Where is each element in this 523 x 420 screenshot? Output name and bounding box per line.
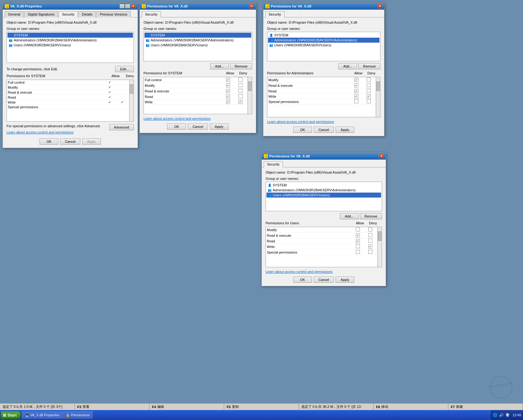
ok-button[interactable]: OK bbox=[40, 138, 58, 145]
tray-volume-icon[interactable]: 🔊 bbox=[499, 413, 504, 418]
close-button[interactable]: ✕ bbox=[377, 4, 382, 8]
tab-security[interactable]: Security bbox=[264, 161, 283, 167]
deny-checkbox[interactable] bbox=[238, 77, 243, 82]
tab-security[interactable]: Security bbox=[265, 11, 285, 17]
allow-checkbox[interactable] bbox=[226, 83, 230, 87]
add-button[interactable]: Add... bbox=[340, 213, 359, 219]
scrollbar-thumb[interactable] bbox=[378, 231, 381, 241]
apply-button[interactable]: Apply bbox=[210, 124, 229, 130]
allow-checkbox[interactable] bbox=[354, 99, 358, 103]
add-button[interactable]: Add... bbox=[338, 63, 357, 69]
apply-button[interactable]: Apply bbox=[336, 277, 354, 283]
properties-title-bar[interactable]: 🔒 VA_X.dll Properties ─ □ ✕ bbox=[3, 3, 138, 10]
apply-button[interactable]: Apply bbox=[336, 127, 354, 133]
status-f4[interactable]: F4 编辑 bbox=[149, 404, 224, 410]
deny-checkbox[interactable] bbox=[368, 245, 372, 249]
list-item[interactable]: 👥 Users (VMW2K8R2BAKSERV\Users) bbox=[144, 43, 251, 48]
permissions1-title-bar[interactable]: 🔒 Permissions for VA_X.dll ✕ bbox=[140, 3, 256, 10]
deny-checkbox[interactable] bbox=[367, 77, 371, 82]
taskbar-item[interactable]: 🔒 Permissions bbox=[63, 412, 92, 418]
close-button[interactable]: ✕ bbox=[131, 4, 136, 8]
close-button[interactable]: ✕ bbox=[249, 4, 254, 8]
allow-checkbox[interactable] bbox=[356, 244, 360, 248]
allow-checkbox[interactable] bbox=[226, 78, 230, 82]
tab-general[interactable]: General bbox=[5, 11, 24, 17]
status-f6[interactable]: F6 移动 bbox=[374, 404, 448, 410]
list-item[interactable]: 👤 SYSTEM bbox=[144, 33, 251, 38]
deny-checkbox[interactable] bbox=[367, 83, 371, 87]
list-item[interactable]: 👥 Administrators (VMW2K8R2BAKSERV\Admini… bbox=[266, 188, 381, 193]
permissions-scrollbar[interactable] bbox=[376, 77, 380, 117]
list-item[interactable]: 👥 Administrators (VMW2K8R2BAKSERV\Admini… bbox=[268, 38, 379, 43]
cancel-button[interactable]: Cancel bbox=[60, 138, 80, 145]
status-f7[interactable]: F7 新建 bbox=[448, 404, 523, 410]
deny-checkbox[interactable] bbox=[367, 89, 371, 93]
permissions-scrollbar[interactable] bbox=[377, 227, 382, 267]
deny-checkbox[interactable] bbox=[368, 250, 372, 254]
allow-checkbox[interactable] bbox=[356, 233, 360, 237]
list-item[interactable]: 👤 SYSTEM bbox=[7, 33, 133, 38]
users-listbox[interactable]: 👤 SYSTEM 👥 Administrators (VMW2K8R2BAKSE… bbox=[267, 32, 380, 61]
allow-checkbox[interactable] bbox=[356, 250, 360, 254]
remove-button[interactable]: Remove bbox=[230, 63, 252, 69]
ok-button[interactable]: OK bbox=[293, 127, 312, 133]
deny-checkbox[interactable] bbox=[238, 83, 243, 87]
permissions2-title-bar[interactable]: 🔒 Permissions for VA_X.dll ✕ bbox=[263, 3, 384, 10]
maximize-button[interactable]: □ bbox=[125, 4, 130, 8]
cancel-button[interactable]: Cancel bbox=[314, 127, 334, 133]
allow-checkbox[interactable] bbox=[226, 100, 230, 104]
apply-button[interactable]: Apply bbox=[82, 138, 101, 145]
allow-checkbox[interactable] bbox=[356, 227, 360, 231]
learn-link[interactable]: Learn about access control and permissio… bbox=[267, 120, 334, 124]
deny-checkbox[interactable] bbox=[368, 239, 372, 243]
list-item[interactable]: 👤 SYSTEM bbox=[266, 183, 381, 188]
deny-checkbox[interactable] bbox=[368, 227, 372, 231]
edit-button[interactable]: Edit... bbox=[115, 66, 134, 72]
status-f3[interactable]: F3 查看 bbox=[75, 404, 149, 410]
minimize-button[interactable]: ─ bbox=[120, 4, 125, 8]
tab-security[interactable]: Security bbox=[142, 11, 161, 17]
learn-link[interactable]: Learn about access control and permissio… bbox=[7, 130, 73, 134]
close-button[interactable]: ✕ bbox=[379, 154, 384, 158]
allow-checkbox[interactable] bbox=[226, 89, 230, 93]
deny-checkbox[interactable] bbox=[368, 233, 372, 237]
scrollbar-thumb[interactable] bbox=[130, 84, 133, 94]
deny-checkbox[interactable] bbox=[238, 100, 243, 104]
tab-security[interactable]: Security bbox=[59, 11, 78, 17]
list-item[interactable]: 👥 Administrators (VMW2K8R2BAKSERV\Admini… bbox=[7, 38, 133, 43]
ok-button[interactable]: OK bbox=[293, 277, 312, 283]
allow-checkbox[interactable] bbox=[354, 94, 358, 98]
allow-checkbox[interactable] bbox=[226, 95, 230, 99]
tab-previous-versions[interactable]: Previous Versions bbox=[97, 11, 131, 17]
scrollbar-thumb[interactable] bbox=[248, 82, 252, 91]
list-item[interactable]: 👥 Users (VMW2K8R2BAKSERV\Users) bbox=[7, 43, 133, 48]
add-button[interactable]: Add... bbox=[210, 63, 229, 69]
start-button[interactable]: ⊞ Start bbox=[1, 411, 21, 419]
cancel-button[interactable]: Cancel bbox=[314, 277, 334, 283]
status-f5[interactable]: F5 复制 bbox=[224, 404, 299, 410]
users-listbox[interactable]: 👤 SYSTEM 👥 Administrators (VMW2K8R2BAKSE… bbox=[266, 182, 382, 211]
permissions-scrollbar[interactable] bbox=[129, 80, 134, 121]
permissions3-title-bar[interactable]: 🔒 Permissions for VA_X.dll ✕ bbox=[262, 153, 386, 160]
permissions-scrollbar[interactable] bbox=[247, 77, 252, 114]
learn-link[interactable]: Learn about access control and permissio… bbox=[266, 270, 332, 273]
taskbar-item[interactable]: 🖥️ VA_X.dll Properties bbox=[22, 412, 63, 418]
scrollbar-thumb[interactable] bbox=[376, 82, 380, 91]
tab-details[interactable]: Details bbox=[78, 11, 96, 17]
allow-checkbox[interactable] bbox=[354, 83, 358, 87]
cancel-button[interactable]: Cancel bbox=[188, 124, 208, 130]
remove-button[interactable]: Remove bbox=[358, 63, 380, 69]
deny-checkbox[interactable] bbox=[238, 94, 243, 98]
list-item[interactable]: 👥 Administrators (VMW2K8R2BAKSERV\Admini… bbox=[144, 38, 251, 43]
deny-checkbox[interactable] bbox=[367, 99, 371, 103]
ok-button[interactable]: OK bbox=[167, 124, 186, 130]
users-listbox[interactable]: 👤 SYSTEM 👥 Administrators (VMW2K8R2BAKSE… bbox=[144, 32, 252, 61]
list-item[interactable]: 👥 Users (VMW2K8R2BAKSERV\Users) bbox=[266, 193, 381, 198]
allow-checkbox[interactable] bbox=[356, 239, 360, 243]
advanced-button[interactable]: Advanced bbox=[109, 124, 134, 130]
tray-security-icon[interactable]: 🛡️ bbox=[505, 413, 510, 418]
remove-button[interactable]: Remove bbox=[360, 213, 382, 219]
tab-digital-signatures[interactable]: Digital Signatures bbox=[24, 11, 58, 17]
learn-link[interactable]: Learn about access control and permissio… bbox=[144, 117, 210, 120]
tray-network-icon[interactable]: 🌐 bbox=[492, 413, 497, 418]
